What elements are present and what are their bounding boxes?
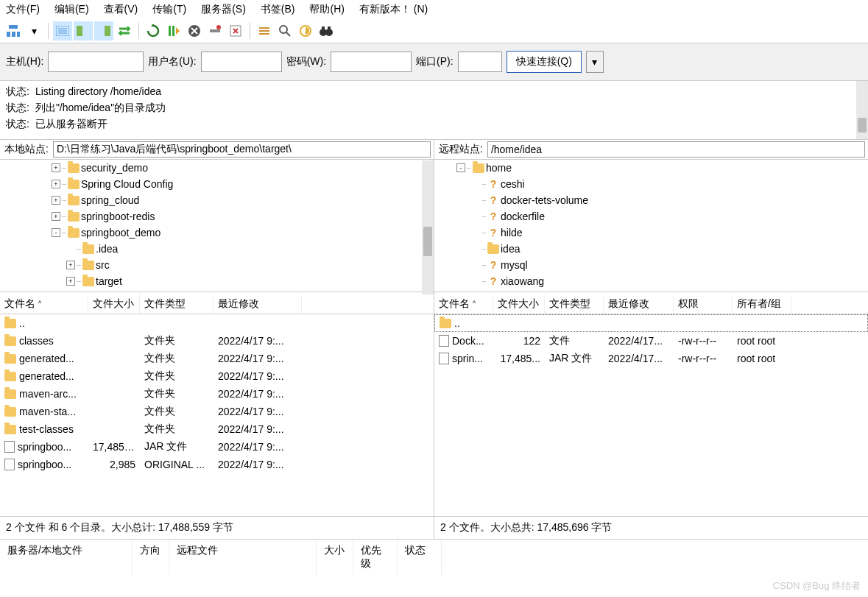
tree-item[interactable]: ┈?ceshi	[434, 176, 868, 192]
search-icon[interactable]	[275, 21, 294, 40]
tree-item[interactable]: +┈src	[0, 257, 434, 273]
list-row[interactable]: sprin...17,485...JAR 文件2022/4/17...-rw-r…	[434, 350, 868, 367]
log-label: 状态:	[6, 102, 29, 115]
column-header[interactable]: 最近修改	[604, 294, 674, 314]
column-header[interactable]: 文件大小	[88, 294, 140, 314]
tree-item[interactable]: -┈springboot_demo	[0, 225, 434, 241]
list-row[interactable]: Dock...122文件2022/4/17...-rw-r--r--root r…	[434, 332, 868, 350]
toggle-remote-tree-icon[interactable]	[94, 21, 113, 40]
menu-edit[interactable]: 编辑(E)	[54, 3, 89, 16]
port-input[interactable]	[458, 52, 502, 72]
reconnect-icon[interactable]	[226, 21, 245, 40]
column-header[interactable]: 所有者/组	[733, 294, 791, 314]
menu-bookmark[interactable]: 书签(B)	[261, 3, 295, 16]
cell-date: 2022/4/17...	[604, 351, 674, 366]
list-row[interactable]: test-classes文件夹2022/4/17 9:...	[0, 420, 434, 438]
expander-icon[interactable]: -	[52, 228, 60, 237]
compare-icon[interactable]	[296, 21, 315, 40]
column-header[interactable]: 文件大小	[493, 294, 545, 314]
queue-column[interactable]: 方向	[133, 540, 169, 575]
menu-view[interactable]: 查看(V)	[104, 3, 138, 16]
menu-update[interactable]: 有新版本！ (N)	[359, 3, 428, 16]
remote-tree[interactable]: -┈home┈?ceshi┈?docker-tets-volume┈?docke…	[434, 160, 868, 292]
tree-item[interactable]: +┈spring_cloud	[0, 192, 434, 208]
tree-item[interactable]: +┈springboot-redis	[0, 208, 434, 225]
column-header[interactable]: 文件名 ^	[0, 294, 88, 314]
binoculars-icon[interactable]	[317, 21, 336, 40]
menu-transfer[interactable]: 传输(T)	[152, 3, 186, 16]
menu-file[interactable]: 文件(F)	[6, 3, 40, 16]
tree-item[interactable]: ┈.idea	[0, 241, 434, 257]
queue-column[interactable]: 远程文件	[169, 540, 317, 575]
pass-input[interactable]	[331, 52, 412, 72]
tree-item[interactable]: ┈idea	[434, 241, 868, 257]
list-row[interactable]: generated...文件夹2022/4/17 9:...	[0, 350, 434, 367]
column-header[interactable]: 文件类型	[545, 294, 604, 314]
cancel-icon[interactable]	[185, 21, 204, 40]
column-header[interactable]: 最近修改	[214, 294, 302, 314]
queue-column[interactable]: 优先级	[353, 540, 398, 575]
tree-label: dockerfile	[501, 211, 545, 222]
svg-rect-8	[77, 26, 82, 36]
dropdown-icon[interactable]: ▾	[24, 21, 43, 40]
log-scrollbar[interactable]	[856, 81, 868, 139]
remote-file-list[interactable]: 文件名 ^文件大小文件类型最近修改权限所有者/组 ..Dock...122文件2…	[434, 294, 868, 516]
menu-help[interactable]: 帮助(H)	[309, 3, 344, 16]
list-row[interactable]: maven-arc...文件夹2022/4/17 9:...	[0, 385, 434, 403]
folder-icon	[68, 212, 80, 222]
remote-path-input[interactable]	[487, 141, 865, 158]
folder-icon	[4, 389, 16, 399]
list-row[interactable]: maven-sta...文件夹2022/4/17 9:...	[0, 403, 434, 420]
expander-icon[interactable]: +	[52, 180, 60, 188]
list-row[interactable]: classes文件夹2022/4/17 9:...	[0, 332, 434, 350]
svg-rect-27	[328, 27, 331, 31]
list-row[interactable]: ..	[0, 314, 434, 332]
tree-item[interactable]: ┈?hilde	[434, 225, 868, 241]
process-queue-icon[interactable]	[164, 21, 183, 40]
tree-item[interactable]: ┈?mysql	[434, 257, 868, 273]
toggle-local-tree-icon[interactable]	[74, 21, 93, 40]
filter-icon[interactable]	[255, 21, 274, 40]
tree-item[interactable]: -┈home	[434, 160, 868, 176]
tree-item[interactable]: ┈?docker-tets-volume	[434, 192, 868, 208]
local-tree[interactable]: +┈security_demo+┈Spring Cloud Config+┈sp…	[0, 160, 434, 292]
expander-icon[interactable]: +	[52, 163, 60, 172]
cell-size: 2,985	[88, 457, 140, 472]
host-input[interactable]	[48, 52, 144, 72]
local-tree-scrollbar[interactable]	[422, 160, 434, 294]
list-row[interactable]: generated...文件夹2022/4/17 9:...	[0, 367, 434, 385]
column-header[interactable]: 文件名 ^	[434, 294, 493, 314]
tree-item[interactable]: +┈target	[0, 273, 434, 289]
tree-item[interactable]: ┈?dockerfile	[434, 208, 868, 225]
local-path-input[interactable]	[53, 141, 431, 158]
toggle-queue-icon[interactable]	[115, 21, 134, 40]
queue-column[interactable]: 服务器/本地文件	[0, 540, 133, 575]
list-row[interactable]: ..	[434, 314, 868, 332]
list-row[interactable]: springboo...2,985ORIGINAL ...2022/4/17 9…	[0, 456, 434, 473]
tree-item[interactable]: +┈Spring Cloud Config	[0, 176, 434, 192]
folder-icon	[68, 196, 80, 205]
menu-server[interactable]: 服务器(S)	[201, 3, 246, 16]
expander-icon[interactable]: +	[52, 212, 60, 221]
folder-icon	[4, 372, 16, 381]
refresh-icon[interactable]	[144, 21, 163, 40]
column-header[interactable]: 权限	[674, 294, 733, 314]
column-header[interactable]: 文件类型	[140, 294, 214, 314]
disconnect-icon[interactable]	[205, 21, 225, 40]
cell-type: JAR 文件	[140, 439, 214, 455]
expander-icon[interactable]: +	[66, 277, 75, 286]
sitemanager-icon[interactable]	[4, 21, 23, 40]
expander-icon[interactable]: +	[52, 196, 60, 205]
list-row[interactable]: springboo...17,485,...JAR 文件2022/4/17 9:…	[0, 438, 434, 456]
expander-icon[interactable]: -	[456, 163, 465, 172]
tree-item[interactable]: ┈?xiaowang	[434, 273, 868, 289]
tree-item[interactable]: +┈security_demo	[0, 160, 434, 176]
queue-column[interactable]: 大小	[317, 540, 353, 575]
user-input[interactable]	[201, 52, 282, 72]
quickconnect-button[interactable]: 快速连接(Q)	[507, 51, 582, 73]
queue-column[interactable]: 状态	[398, 540, 442, 575]
local-file-list[interactable]: 文件名 ^文件大小文件类型最近修改 ..classes文件夹2022/4/17 …	[0, 294, 434, 516]
toggle-log-icon[interactable]	[53, 21, 72, 40]
expander-icon[interactable]: +	[66, 261, 75, 269]
quickconnect-dropdown[interactable]: ▾	[586, 51, 604, 73]
